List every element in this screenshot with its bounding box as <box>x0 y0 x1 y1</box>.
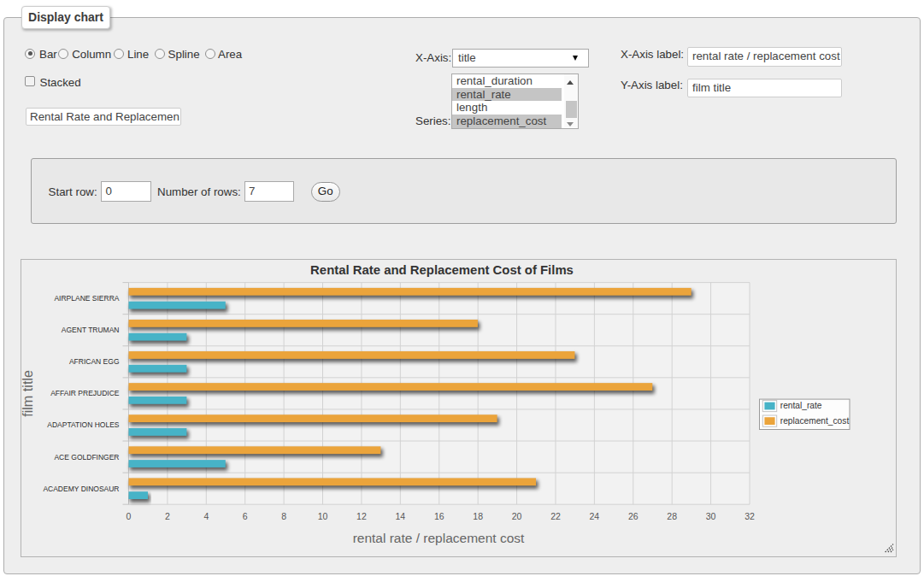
svg-text:20: 20 <box>512 511 522 521</box>
svg-text:28: 28 <box>667 511 677 521</box>
svg-text:10: 10 <box>318 511 328 521</box>
svg-text:AFFAIR PREJUDICE: AFFAIR PREJUDICE <box>50 389 120 397</box>
svg-text:6: 6 <box>243 511 248 521</box>
svg-text:2: 2 <box>165 511 170 521</box>
svg-text:26: 26 <box>628 511 639 521</box>
svg-text:film title: film title <box>21 370 35 417</box>
svg-text:18: 18 <box>473 511 483 521</box>
svg-text:24: 24 <box>590 511 600 521</box>
svg-text:AFRICAN EGG: AFRICAN EGG <box>69 357 120 366</box>
svg-text:16: 16 <box>434 511 444 521</box>
svg-text:rental rate / replacement cost: rental rate / replacement cost <box>353 531 525 545</box>
svg-text:8: 8 <box>281 511 286 521</box>
svg-text:0: 0 <box>127 511 132 521</box>
svg-text:AIRPLANE SIERRA: AIRPLANE SIERRA <box>54 294 119 303</box>
svg-text:rental_rate: rental_rate <box>780 401 822 410</box>
svg-text:ADAPTATION HOLES: ADAPTATION HOLES <box>47 420 120 429</box>
svg-text:ACE GOLDFINGER: ACE GOLDFINGER <box>54 453 119 461</box>
svg-text:30: 30 <box>706 511 716 521</box>
svg-text:12: 12 <box>356 511 367 521</box>
svg-text:22: 22 <box>550 511 561 521</box>
svg-text:AGENT TRUMAN: AGENT TRUMAN <box>62 326 120 334</box>
svg-text:Rental Rate and Replacement Co: Rental Rate and Replacement Cost of Film… <box>310 263 574 277</box>
svg-text:14: 14 <box>395 511 405 521</box>
svg-text:4: 4 <box>203 511 209 521</box>
svg-text:32: 32 <box>744 511 755 521</box>
svg-text:ACADEMY DINOSAUR: ACADEMY DINOSAUR <box>43 485 119 493</box>
svg-text:replacement_cost: replacement_cost <box>780 416 850 426</box>
